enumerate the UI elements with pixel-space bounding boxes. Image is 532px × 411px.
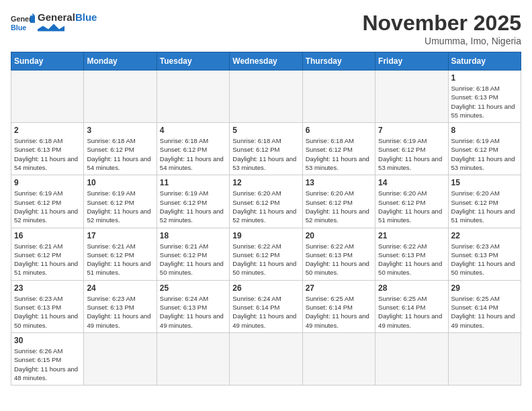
day-number: 24 [87, 283, 153, 293]
day-3: 3 Sunrise: 6:18 AMSunset: 6:12 PMDayligh… [84, 123, 157, 175]
empty-cell [375, 332, 448, 385]
day-info: Sunrise: 6:25 AMSunset: 6:14 PMDaylight:… [378, 294, 445, 330]
day-info: Sunrise: 6:23 AMSunset: 6:13 PMDaylight:… [14, 294, 81, 330]
day-info: Sunrise: 6:21 AMSunset: 6:12 PMDaylight:… [87, 242, 153, 277]
day-number: 2 [14, 126, 81, 135]
day-number: 14 [378, 178, 445, 187]
header-wednesday: Wednesday [230, 52, 302, 71]
day-15: 15 Sunrise: 6:20 AMSunset: 6:12 PMDaylig… [448, 175, 521, 228]
day-info: Sunrise: 6:18 AMSunset: 6:12 PMDaylight:… [87, 136, 153, 172]
logo-icon: General Blue [11, 11, 35, 35]
day-info: Sunrise: 6:19 AMSunset: 6:12 PMDaylight:… [451, 136, 518, 172]
day-info: Sunrise: 6:21 AMSunset: 6:12 PMDaylight:… [14, 242, 81, 277]
header-sunday: Sunday [11, 52, 84, 71]
day-info: Sunrise: 6:25 AMSunset: 6:14 PMDaylight:… [306, 294, 372, 330]
calendar-row-2: 2 Sunrise: 6:18 AMSunset: 6:13 PMDayligh… [11, 123, 521, 175]
day-25: 25 Sunrise: 6:24 AMSunset: 6:13 PMDaylig… [157, 280, 229, 332]
day-info: Sunrise: 6:24 AMSunset: 6:14 PMDaylight:… [232, 294, 299, 330]
day-11: 11 Sunrise: 6:19 AMSunset: 6:12 PMDaylig… [157, 175, 229, 228]
day-5: 5 Sunrise: 6:18 AMSunset: 6:12 PMDayligh… [230, 123, 302, 175]
day-info: Sunrise: 6:23 AMSunset: 6:13 PMDaylight:… [87, 294, 153, 330]
calendar-row-4: 16 Sunrise: 6:21 AMSunset: 6:12 PMDaylig… [11, 228, 521, 280]
day-28: 28 Sunrise: 6:25 AMSunset: 6:14 PMDaylig… [375, 280, 448, 332]
empty-cell [84, 71, 157, 123]
day-21: 21 Sunrise: 6:22 AMSunset: 6:13 PMDaylig… [375, 228, 448, 280]
header: General Blue GeneralBlue November 2025 U… [11, 11, 521, 46]
day-number: 12 [232, 178, 299, 187]
day-number: 7 [378, 126, 445, 135]
logo-blue: Blue [75, 11, 97, 23]
day-number: 3 [87, 126, 153, 135]
day-24: 24 Sunrise: 6:23 AMSunset: 6:13 PMDaylig… [84, 280, 157, 332]
day-number: 9 [14, 178, 81, 187]
day-info: Sunrise: 6:21 AMSunset: 6:12 PMDaylight:… [160, 242, 226, 277]
header-tuesday: Tuesday [157, 52, 229, 71]
day-info: Sunrise: 6:22 AMSunset: 6:12 PMDaylight:… [232, 242, 299, 277]
logo-wave-icon [38, 23, 64, 32]
day-number: 17 [87, 231, 153, 240]
day-number: 11 [160, 178, 226, 187]
day-info: Sunrise: 6:20 AMSunset: 6:12 PMDaylight:… [232, 189, 299, 224]
day-26: 26 Sunrise: 6:24 AMSunset: 6:14 PMDaylig… [230, 280, 302, 332]
header-friday: Friday [375, 52, 448, 71]
day-number: 25 [160, 283, 226, 293]
day-16: 16 Sunrise: 6:21 AMSunset: 6:12 PMDaylig… [11, 228, 84, 280]
calendar-row-3: 9 Sunrise: 6:19 AMSunset: 6:12 PMDayligh… [11, 175, 521, 228]
day-info: Sunrise: 6:23 AMSunset: 6:13 PMDaylight:… [451, 242, 518, 277]
day-number: 10 [87, 178, 153, 187]
calendar-title: November 2025 [362, 11, 521, 36]
calendar-row-1: 1 Sunrise: 6:18 AMSunset: 6:13 PMDayligh… [11, 71, 521, 123]
day-4: 4 Sunrise: 6:18 AMSunset: 6:12 PMDayligh… [157, 123, 229, 175]
logo-general: General [38, 11, 75, 23]
day-info: Sunrise: 6:22 AMSunset: 6:13 PMDaylight:… [378, 242, 445, 277]
day-number: 20 [306, 231, 372, 240]
empty-cell [302, 332, 375, 385]
day-20: 20 Sunrise: 6:22 AMSunset: 6:13 PMDaylig… [302, 228, 375, 280]
empty-cell [157, 332, 229, 385]
day-number: 26 [232, 283, 299, 293]
header-saturday: Saturday [448, 52, 521, 71]
day-info: Sunrise: 6:22 AMSunset: 6:13 PMDaylight:… [306, 242, 372, 277]
day-number: 1 [451, 73, 518, 83]
header-thursday: Thursday [302, 52, 375, 71]
day-12: 12 Sunrise: 6:20 AMSunset: 6:12 PMDaylig… [230, 175, 302, 228]
logo: General Blue GeneralBlue [11, 11, 97, 35]
day-info: Sunrise: 6:19 AMSunset: 6:12 PMDaylight:… [14, 189, 81, 224]
day-2: 2 Sunrise: 6:18 AMSunset: 6:13 PMDayligh… [11, 123, 84, 175]
empty-cell [375, 71, 448, 123]
calendar-row-6: 30 Sunrise: 6:26 AMSunset: 6:15 PMDaylig… [11, 332, 521, 385]
day-number: 27 [306, 283, 372, 293]
empty-cell [11, 71, 84, 123]
day-number: 18 [160, 231, 226, 240]
day-23: 23 Sunrise: 6:23 AMSunset: 6:13 PMDaylig… [11, 280, 84, 332]
day-info: Sunrise: 6:20 AMSunset: 6:12 PMDaylight:… [306, 189, 372, 224]
svg-marker-4 [38, 24, 64, 31]
day-info: Sunrise: 6:19 AMSunset: 6:12 PMDaylight:… [378, 136, 445, 172]
day-number: 28 [378, 283, 445, 293]
day-info: Sunrise: 6:19 AMSunset: 6:12 PMDaylight:… [87, 189, 153, 224]
day-6: 6 Sunrise: 6:18 AMSunset: 6:12 PMDayligh… [302, 123, 375, 175]
day-1: 1 Sunrise: 6:18 AMSunset: 6:13 PMDayligh… [448, 71, 521, 123]
title-section: November 2025 Umumma, Imo, Nigeria [362, 11, 521, 46]
day-number: 21 [378, 231, 445, 240]
day-number: 29 [451, 283, 518, 293]
day-info: Sunrise: 6:18 AMSunset: 6:13 PMDaylight:… [451, 84, 518, 120]
day-7: 7 Sunrise: 6:19 AMSunset: 6:12 PMDayligh… [375, 123, 448, 175]
day-10: 10 Sunrise: 6:19 AMSunset: 6:12 PMDaylig… [84, 175, 157, 228]
day-18: 18 Sunrise: 6:21 AMSunset: 6:12 PMDaylig… [157, 228, 229, 280]
empty-cell [157, 71, 229, 123]
day-number: 19 [232, 231, 299, 240]
empty-cell [230, 71, 302, 123]
day-number: 5 [232, 126, 299, 135]
header-monday: Monday [84, 52, 157, 71]
day-number: 16 [14, 231, 81, 240]
day-9: 9 Sunrise: 6:19 AMSunset: 6:12 PMDayligh… [11, 175, 84, 228]
day-19: 19 Sunrise: 6:22 AMSunset: 6:12 PMDaylig… [230, 228, 302, 280]
day-info: Sunrise: 6:18 AMSunset: 6:12 PMDaylight:… [160, 136, 226, 172]
day-info: Sunrise: 6:20 AMSunset: 6:12 PMDaylight:… [378, 189, 445, 224]
calendar-table: Sunday Monday Tuesday Wednesday Thursday… [11, 52, 521, 385]
day-17: 17 Sunrise: 6:21 AMSunset: 6:12 PMDaylig… [84, 228, 157, 280]
day-info: Sunrise: 6:26 AMSunset: 6:15 PMDaylight:… [14, 347, 81, 382]
day-29: 29 Sunrise: 6:25 AMSunset: 6:14 PMDaylig… [448, 280, 521, 332]
empty-cell [84, 332, 157, 385]
